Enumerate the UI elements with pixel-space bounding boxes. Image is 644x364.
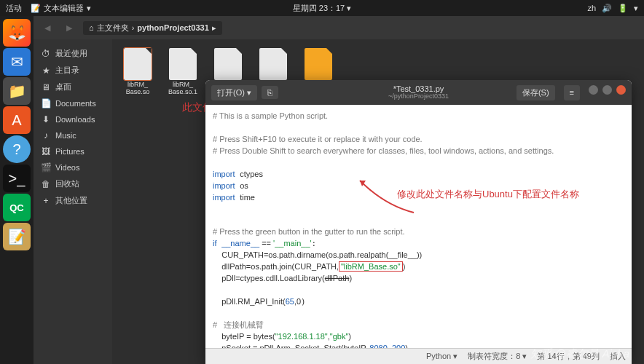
sidebar-item[interactable]: ⏱最近使用 [34, 45, 112, 62]
folder-icon: + [41, 196, 51, 206]
editor-headerbar: 打开(O) ▾ ⎘ *Test_0331.py~/pythonProject03… [205, 80, 632, 105]
dock-terminal[interactable]: >_ [3, 165, 31, 192]
sidebar-item-label: Music [55, 131, 76, 140]
sidebar-item[interactable]: 🖼Pictures [34, 143, 112, 159]
sidebar-item[interactable]: ♪Music [34, 127, 112, 143]
volume-icon[interactable]: 🔊 [602, 4, 612, 13]
new-tab-button[interactable]: ⎘ [262, 86, 278, 99]
file-label: libRM_Base.so [126, 82, 150, 96]
back-button[interactable]: ◀ [39, 20, 55, 36]
fm-sidebar: ⏱最近使用★主目录🖥桌面📄Documents⬇Downloads♪Music🖼P… [34, 39, 112, 364]
highlighted-filename: "libRM_Base.so" [339, 261, 403, 272]
file-icon [124, 48, 152, 80]
folder-icon: ♪ [41, 130, 51, 141]
breadcrumb[interactable]: ⌂ 主文件夹 › pythonProject0331 ▸ [83, 21, 222, 35]
sidebar-item-label: Downloads [55, 115, 95, 124]
status-lang[interactable]: Python ▾ [426, 352, 458, 361]
file-icon [169, 48, 197, 80]
dock-help[interactable]: ? [3, 135, 31, 163]
folder-icon: ⏱ [41, 49, 51, 59]
file-icon [305, 48, 332, 80]
sidebar-item-label: Documents [55, 99, 96, 108]
save-button[interactable]: 保存(S) [517, 85, 555, 100]
dock-software[interactable]: A [3, 106, 31, 134]
forward-button[interactable]: ▶ [61, 20, 77, 36]
ime-icon[interactable]: zh [587, 4, 596, 13]
folder-icon: 🖼 [41, 146, 51, 157]
app-indicator[interactable]: 📝文本编辑器 ▾ [31, 3, 91, 14]
file-icon [214, 48, 242, 80]
sidebar-item-label: 回收站 [55, 178, 79, 189]
dock: 🦊 ✉ 📁 A ? >_ QC 📝 [0, 16, 34, 364]
maximize-button[interactable] [602, 85, 612, 95]
dock-thunderbird[interactable]: ✉ [3, 48, 31, 76]
dock-notepad[interactable]: 📝 [3, 223, 31, 250]
text-editor-window: 打开(O) ▾ ⎘ *Test_0331.py~/pythonProject03… [205, 80, 632, 364]
status-tabwidth[interactable]: 制表符宽度：8 ▾ [468, 351, 527, 362]
folder-icon: ★ [41, 66, 51, 76]
file-icon [259, 48, 287, 80]
sidebar-item[interactable]: 📄Documents [34, 95, 112, 111]
file-item[interactable]: libRM_Base.so.1 [163, 48, 203, 103]
editor-title: *Test_0331.py~/pythonProject0331 [388, 84, 449, 100]
sidebar-item-label: 最近使用 [55, 48, 87, 59]
sidebar-item[interactable]: 🎬Videos [34, 159, 112, 175]
text-editor-icon: 📝 [31, 4, 41, 13]
clock[interactable]: 星期四 23：17 ▾ [293, 3, 352, 14]
fm-headerbar: ◀ ▶ ⌂ 主文件夹 › pythonProject0331 ▸ [34, 16, 644, 39]
sidebar-item[interactable]: +其他位置 [34, 192, 112, 209]
dock-files[interactable]: 📁 [3, 77, 31, 105]
sidebar-item-label: Pictures [55, 147, 85, 156]
sidebar-item-label: 其他位置 [55, 195, 87, 206]
sidebar-item-label: 桌面 [55, 82, 71, 92]
folder-icon: 🖥 [41, 82, 51, 92]
file-label: libRM_Base.so.1 [168, 82, 197, 96]
power-icon[interactable]: 🔋 [618, 4, 628, 13]
system-tray[interactable]: zh 🔊 🔋 ▾ [587, 4, 638, 13]
sidebar-item-label: Videos [55, 163, 79, 172]
close-button[interactable] [616, 85, 626, 95]
sidebar-item[interactable]: 🗑回收站 [34, 175, 112, 192]
sidebar-item[interactable]: ⬇Downloads [34, 111, 112, 127]
dock-qc[interactable]: QC [3, 194, 31, 221]
editor-textarea[interactable]: # This is a sample Python script. # Pres… [205, 105, 632, 348]
minimize-button[interactable] [589, 85, 598, 95]
open-button[interactable]: 打开(O) ▾ [211, 85, 257, 100]
folder-icon: ⬇ [41, 114, 51, 124]
folder-icon: 📄 [41, 98, 51, 108]
file-item[interactable]: libRM_Base.so [118, 48, 157, 103]
sidebar-item[interactable]: 🖥桌面 [34, 79, 112, 95]
sidebar-item-label: 主目录 [55, 65, 79, 76]
gnome-topbar: 活动 📝文本编辑器 ▾ 星期四 23：17 ▾ zh 🔊 🔋 ▾ [0, 0, 644, 16]
home-icon: ⌂ [89, 23, 94, 32]
hamburger-button[interactable]: ≡ [564, 85, 580, 100]
folder-icon: 🗑 [41, 179, 51, 189]
dock-firefox[interactable]: 🦊 [3, 19, 31, 47]
sidebar-item[interactable]: ★主目录 [34, 62, 112, 79]
activities-button[interactable]: 活动 [6, 3, 22, 14]
annotation-modify: 修改此处文件名称与Ubuntu下配置文件名称 [397, 188, 579, 201]
folder-icon: 🎬 [41, 162, 51, 173]
watermark: 知乎 @睿尔曼 Aisha [530, 347, 629, 361]
chevron-down-icon[interactable]: ▾ [634, 4, 638, 13]
